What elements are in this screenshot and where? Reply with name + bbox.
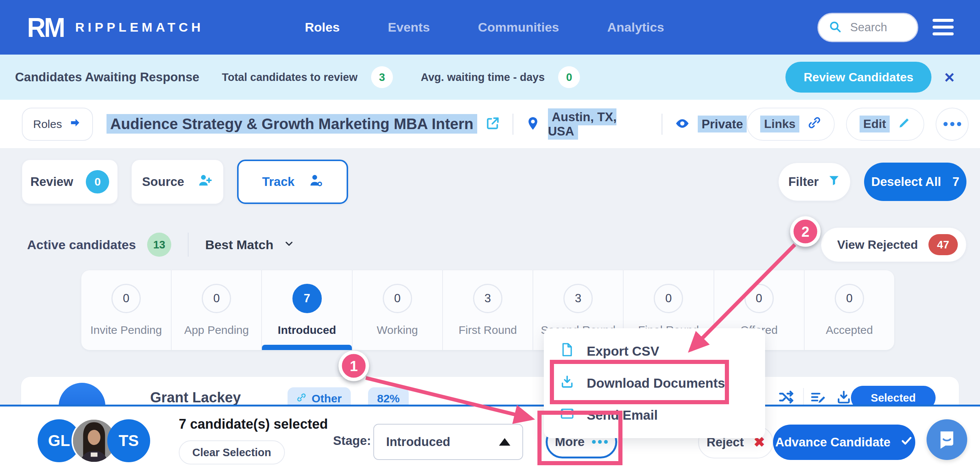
banner-title: Candidates Awaiting Response	[15, 70, 199, 84]
stage-dropdown[interactable]: Introduced	[373, 424, 523, 460]
match-score: 82%	[377, 392, 400, 405]
breadcrumb-label: Roles	[33, 118, 62, 131]
stat-total-label: Total candidates to review	[222, 71, 358, 84]
tab-track[interactable]: Track	[237, 159, 348, 204]
role-title: Audience Strategy & Growth Marketing MBA…	[107, 116, 477, 132]
stage-accepted[interactable]: 0 Accepted	[805, 270, 894, 350]
advance-candidate-button[interactable]: Advance Candidate	[773, 424, 915, 460]
nav-item-events[interactable]: Events	[388, 20, 430, 35]
links-label: Links	[760, 116, 799, 132]
selection-action-bar: GL TS 7 candidate(s) selected Clear Sele…	[0, 405, 980, 475]
sort-dropdown[interactable]: Best Match	[205, 238, 294, 252]
search-input[interactable]	[850, 21, 907, 34]
role-more-options-icon[interactable]	[935, 108, 969, 141]
menu-item-label: Send Email	[587, 408, 658, 423]
filter-label: Filter	[788, 175, 819, 189]
tab-review[interactable]: Review 0	[22, 159, 118, 204]
stage-label: Working	[377, 324, 418, 336]
stage-count: 0	[745, 284, 774, 313]
stage-label: Stage:	[333, 434, 371, 448]
menu-item-download-documents[interactable]: Download Documents	[544, 368, 765, 398]
nav-item-roles[interactable]: Roles	[305, 20, 340, 35]
search-box[interactable]	[818, 13, 918, 42]
file-icon	[560, 342, 575, 360]
person-add-icon	[197, 172, 213, 191]
tab-source-label: Source	[142, 175, 185, 189]
deselect-count: 7	[953, 175, 959, 189]
tab-review-badge: 0	[86, 170, 109, 193]
stage-label: Accepted	[826, 324, 873, 336]
sort-value: Best Match	[205, 238, 273, 252]
active-candidates-count: 13	[147, 233, 171, 257]
nav-item-analytics[interactable]: Analytics	[607, 20, 664, 35]
tab-review-label: Review	[30, 175, 73, 189]
funnel-icon	[827, 174, 840, 190]
link-chain-small-icon	[297, 392, 306, 405]
stage-working[interactable]: 0 Working	[353, 270, 443, 350]
clear-selection-button[interactable]: Clear Selection	[179, 440, 285, 464]
candidate-name: Grant Lackey	[150, 390, 241, 406]
stage-count: 7	[293, 284, 322, 313]
stage-introduced[interactable]: 7 Introduced	[262, 270, 352, 350]
search-icon	[828, 20, 842, 35]
arrow-right-icon	[69, 116, 82, 132]
rm-logo-icon: RM	[27, 12, 64, 43]
role-header-row: Roles Audience Strategy & Growth Marketi…	[0, 100, 980, 149]
breadcrumb-roles[interactable]: Roles	[22, 108, 93, 141]
ellipsis-icon	[592, 440, 608, 444]
ripplematch-logo[interactable]: RM RIPPLEMATCH	[27, 0, 204, 54]
view-rejected-button[interactable]: View Rejected 47	[821, 227, 966, 262]
stage-label: First Round	[458, 324, 517, 336]
candidates-awaiting-banner: Candidates Awaiting Response Total candi…	[0, 54, 980, 100]
top-nav: RM RIPPLEMATCH Roles Events Communities …	[0, 0, 980, 54]
tab-track-label: Track	[262, 175, 294, 189]
brand-name: RIPPLEMATCH	[75, 20, 204, 35]
nav-item-communities[interactable]: Communities	[478, 20, 559, 35]
active-candidates-title: Active candidates	[27, 238, 136, 252]
edit-button[interactable]: Edit	[846, 108, 924, 141]
location-pin-icon	[525, 116, 541, 132]
annotation-step-circle-1	[340, 352, 368, 379]
pipeline-tabs-row: Review 0 Source Track Filter Deselect Al…	[0, 159, 980, 204]
download-icon	[560, 374, 575, 392]
stage-count: 0	[835, 284, 864, 313]
external-link-icon[interactable]	[485, 116, 501, 133]
stat-waiting-label: Avg. waiting time - days	[421, 71, 544, 84]
link-chain-icon	[808, 116, 821, 132]
stage-app-pending[interactable]: 0 App Pending	[172, 270, 262, 350]
eye-icon	[675, 116, 690, 133]
tab-source[interactable]: Source	[131, 159, 224, 204]
stage-count: 0	[202, 284, 231, 313]
stage-count: 3	[473, 284, 503, 313]
deselect-all-button[interactable]: Deselect All 7	[864, 163, 966, 201]
filter-button[interactable]: Filter	[778, 163, 851, 201]
hamburger-menu-icon[interactable]	[932, 19, 954, 35]
more-actions-menu: Export CSV Download Documents Send Email	[544, 328, 765, 438]
stage-invite-pending[interactable]: 0 Invite Pending	[81, 270, 172, 350]
stat-waiting-value: 0	[558, 66, 580, 88]
review-candidates-button[interactable]: Review Candidates	[786, 62, 931, 92]
links-button[interactable]: Links	[747, 108, 835, 141]
stage-first-round[interactable]: 3 First Round	[443, 270, 533, 350]
stage-count: 3	[563, 284, 593, 313]
person-track-icon	[307, 172, 323, 191]
candidate-tag: Other	[312, 392, 342, 405]
menu-item-label: Download Documents	[587, 376, 725, 391]
caret-up-icon	[499, 438, 510, 446]
rejected-count-badge: 47	[928, 234, 958, 255]
edit-label: Edit	[859, 116, 890, 132]
role-visibility: Private	[698, 117, 747, 131]
menu-item-export-csv[interactable]: Export CSV	[544, 336, 765, 366]
ripplematch-app: RM RIPPLEMATCH Roles Events Communities …	[0, 0, 980, 475]
stage-count: 0	[111, 284, 141, 313]
stage-count: 0	[654, 284, 683, 313]
chat-widget-icon[interactable]	[927, 419, 967, 460]
menu-item-send-email[interactable]: Send Email	[544, 400, 765, 430]
deselect-label: Deselect All	[871, 175, 941, 189]
view-rejected-label: View Rejected	[837, 238, 918, 252]
email-icon	[560, 406, 575, 424]
close-banner-icon[interactable]: ×	[944, 69, 955, 86]
active-candidates-row: Active candidates 13 Best Match View Rej…	[0, 226, 980, 263]
chevron-down-icon	[283, 238, 295, 252]
stage-dropdown-value: Introduced	[386, 435, 450, 449]
